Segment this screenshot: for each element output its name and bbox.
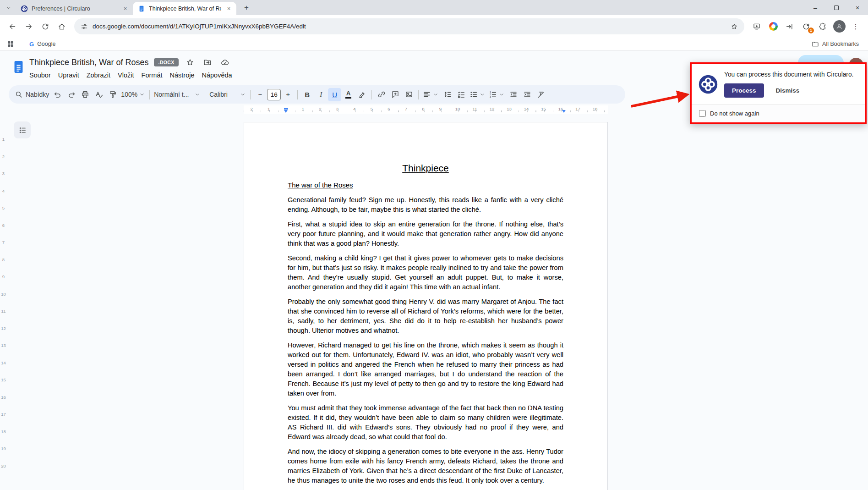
- menu-item[interactable]: Zobrazit: [83, 70, 114, 80]
- search-menus-label: Nabídky: [26, 91, 49, 98]
- move-to-folder-button[interactable]: [202, 56, 213, 68]
- forward-button[interactable]: [21, 19, 37, 34]
- lens-extension-button[interactable]: [765, 19, 781, 34]
- search-menus-button[interactable]: Nabídky: [13, 88, 50, 101]
- redo-button[interactable]: [65, 88, 78, 101]
- back-icon: [8, 22, 16, 31]
- dismiss-button[interactable]: Dismiss: [775, 85, 801, 96]
- dont-show-again-checkbox[interactable]: [699, 110, 706, 117]
- text-color-button[interactable]: A: [342, 88, 355, 101]
- docs-file-icon[interactable]: [11, 57, 26, 77]
- paragraph: Probably the only somewhat good thing He…: [288, 297, 563, 336]
- decrease-font-size-button[interactable]: −: [253, 88, 267, 101]
- all-bookmarks-button[interactable]: All Bookmarks: [809, 39, 862, 49]
- home-button[interactable]: [54, 19, 70, 34]
- tab-close-icon[interactable]: ×: [121, 5, 129, 12]
- send-to-device-button[interactable]: [782, 19, 797, 34]
- paragraph: However, Richard managed to get his line…: [288, 341, 563, 398]
- document-status-button[interactable]: [219, 56, 231, 68]
- ruler-number: 5: [0, 199, 7, 217]
- install-app-button[interactable]: [749, 19, 764, 34]
- ruler-number: 1: [295, 106, 312, 111]
- cloud-saved-icon: [221, 58, 229, 66]
- window-close-button[interactable]: ×: [847, 0, 868, 15]
- process-button[interactable]: Process: [724, 83, 764, 98]
- star-doc-button[interactable]: [184, 56, 196, 68]
- left-margin-bar[interactable]: [284, 108, 288, 110]
- clear-formatting-button[interactable]: [534, 88, 547, 101]
- ruler-number: 1: [260, 106, 278, 111]
- profile-button[interactable]: [831, 19, 847, 34]
- increase-font-size-button[interactable]: +: [281, 88, 295, 101]
- line-spacing-button[interactable]: [441, 88, 454, 101]
- tab-circularo-preferences[interactable]: Preferences | Circularo ×: [16, 2, 133, 15]
- ruler-number: 17: [569, 106, 587, 111]
- reload-button[interactable]: [38, 19, 53, 34]
- ruler-number: 16: [552, 106, 569, 111]
- increase-indent-button[interactable]: [520, 88, 534, 101]
- toolbar-separator: [418, 90, 419, 99]
- url-text[interactable]: docs.google.com/document/d/1ATKyIOjTUP1m…: [93, 23, 723, 30]
- zoom-select[interactable]: 100%: [120, 88, 147, 101]
- ruler-number: 15: [535, 106, 552, 111]
- extensions-button[interactable]: [815, 19, 830, 34]
- menu-item[interactable]: Soubor: [26, 70, 55, 80]
- outdent-icon: [509, 90, 518, 99]
- insert-image-button[interactable]: [402, 88, 415, 101]
- extension-notification-button[interactable]: 1: [798, 19, 814, 34]
- spellcheck-button[interactable]: [92, 88, 105, 101]
- person-icon: [835, 23, 843, 30]
- window-maximize-button[interactable]: [826, 0, 847, 15]
- document-page[interactable]: Thinkpiece The war of the Roses Generati…: [244, 122, 608, 490]
- add-comment-button[interactable]: [388, 88, 402, 101]
- address-bar[interactable]: docs.google.com/document/d/1ATKyIOjTUP1m…: [74, 18, 744, 34]
- back-button[interactable]: [5, 19, 20, 34]
- bulleted-list-select[interactable]: [468, 88, 487, 101]
- redo-icon: [67, 90, 76, 99]
- paint-format-button[interactable]: [106, 88, 119, 101]
- bookmark-google[interactable]: G Google: [27, 39, 58, 49]
- highlight-color-button[interactable]: [355, 88, 369, 101]
- bookmark-this-tab-button[interactable]: [728, 20, 741, 33]
- undo-button[interactable]: [51, 88, 64, 101]
- doc-title[interactable]: Thinkpiece British, War of Roses: [29, 58, 148, 67]
- chevron-down-icon: [240, 91, 246, 98]
- ruler-number: 20: [0, 457, 7, 475]
- menu-item[interactable]: Upravit: [55, 70, 83, 80]
- menu-item[interactable]: Nástroje: [166, 70, 198, 80]
- menu-item[interactable]: Formát: [138, 70, 166, 80]
- insert-link-button[interactable]: [375, 88, 388, 101]
- checklist-button[interactable]: [454, 88, 468, 101]
- site-settings-icon[interactable]: [81, 23, 88, 30]
- apps-grid-icon[interactable]: [6, 40, 15, 48]
- menu-item[interactable]: Vložit: [114, 70, 137, 80]
- italic-button[interactable]: I: [314, 88, 328, 101]
- numbered-list-select[interactable]: [487, 88, 506, 101]
- text-color-icon: A: [345, 90, 351, 99]
- tab-search-button[interactable]: [3, 2, 15, 14]
- paragraph: Second, making a child king? I get that …: [288, 253, 563, 292]
- popup-footer: Do not show again: [692, 105, 865, 122]
- tab-close-icon[interactable]: ×: [225, 5, 233, 12]
- menu-item[interactable]: Nápověda: [198, 70, 235, 80]
- window-minimize-button[interactable]: –: [805, 0, 826, 15]
- show-outline-button[interactable]: [14, 121, 31, 138]
- underline-button[interactable]: U: [328, 88, 341, 101]
- tab-thinkpiece-doc[interactable]: Thinkpiece British, War of Roses ×: [133, 2, 236, 15]
- docs-menubar: SouborUpravitZobrazitVložitFormátNástroj…: [26, 70, 236, 80]
- docs-toolbar: Nabídky 100% Normální t... Calibri − + B…: [9, 85, 625, 104]
- forward-icon: [25, 22, 33, 31]
- font-select[interactable]: Calibri: [208, 88, 247, 101]
- paragraph-style-select[interactable]: Normální t...: [153, 88, 202, 101]
- ruler-number: 17: [0, 406, 7, 423]
- new-tab-button[interactable]: +: [240, 1, 253, 14]
- font-size-input[interactable]: [267, 89, 281, 100]
- align-select[interactable]: [421, 88, 440, 101]
- bold-button[interactable]: B: [300, 88, 314, 101]
- print-button[interactable]: [78, 88, 92, 101]
- ruler-number: 10: [0, 286, 7, 303]
- checklist-icon: [457, 90, 465, 99]
- decrease-indent-button[interactable]: [507, 88, 520, 101]
- browser-menu-button[interactable]: ⋮: [848, 19, 863, 34]
- document-canvas: 1234567891011121314151617181920 Thinkpie…: [0, 114, 868, 490]
